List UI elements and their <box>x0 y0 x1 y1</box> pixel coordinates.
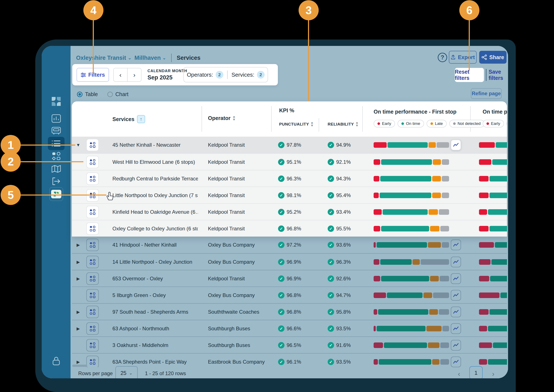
view-radio-chart[interactable]: Chart <box>107 91 129 97</box>
table-row[interactable]: West Hill to Elmwood Lane (6 stops)Keldp… <box>72 153 507 170</box>
sidebar-item-stops[interactable] <box>42 150 71 162</box>
horizontal-scrollbar-thumb[interactable] <box>72 365 87 367</box>
service-shapes-icon[interactable] <box>86 173 99 185</box>
column-divider <box>201 106 202 132</box>
table-row[interactable]: Kinfield Head to Oakridge Avenue (6…Keld… <box>72 203 507 220</box>
sidebar-item-services-active[interactable] <box>48 137 65 150</box>
refine-page-button[interactable]: Refine page <box>471 88 502 99</box>
otp-last-stop-bar <box>479 242 507 248</box>
legend-pill[interactable]: On time <box>397 120 424 127</box>
breadcrumb-region[interactable]: Millhaven⌄ <box>134 55 166 61</box>
current-page-button[interactable]: 1 <box>469 366 483 378</box>
sidebar-item-vehicles[interactable] <box>42 125 71 137</box>
table-row[interactable]: 3 Oakhurst - MiddleholmSouthburgh Buses✓… <box>72 336 507 353</box>
table-row[interactable]: ▶41 Hindpool - Nether KinhallOxley Bus C… <box>72 237 507 253</box>
expand-row-icon[interactable]: ▶ <box>74 237 82 253</box>
service-name[interactable]: Redburgh Central to Parkside Terrace (5… <box>112 170 198 187</box>
column-header-services[interactable]: Services ↑ <box>112 115 145 123</box>
service-shapes-icon[interactable] <box>86 273 99 285</box>
service-name[interactable]: West Hill to Elmwood Lane (6 stops) <box>112 154 198 170</box>
previous-period-button[interactable]: ‹ <box>114 68 127 81</box>
service-shapes-icon[interactable] <box>86 289 99 301</box>
reliability-value: ✓95.4% <box>328 187 351 204</box>
early-segment <box>374 343 383 348</box>
legend-pill[interactable]: Not detected <box>449 120 484 127</box>
service-shapes-icon[interactable] <box>86 322 99 335</box>
save-filters-button[interactable]: Save filters <box>489 68 508 82</box>
trend-chart-button[interactable] <box>451 239 461 250</box>
service-name[interactable]: Kinfield Head to Oakridge Avenue (6… <box>112 204 198 220</box>
service-name[interactable]: 3 Oakhurst - Middleholm <box>112 337 198 354</box>
service-name[interactable]: 97 South head - Shepherds Arms <box>112 304 198 320</box>
early-segment <box>374 209 382 215</box>
expand-row-icon[interactable]: ▶ <box>74 270 82 287</box>
expand-row-icon[interactable]: ▶ <box>74 254 82 270</box>
next-page-button[interactable]: › <box>492 370 494 378</box>
trend-chart-button[interactable] <box>451 357 461 367</box>
trend-chart-button[interactable] <box>451 323 461 334</box>
late-segment <box>423 293 432 298</box>
service-shapes-icon[interactable] <box>86 223 99 235</box>
collapse-row-icon[interactable]: ▼ <box>74 137 82 153</box>
table-row[interactable]: ▶14 Little Northpool - Oxley JunctionOxl… <box>72 253 507 270</box>
table-row[interactable]: ▶63A Shepherds Point - Epic WayEastbrook… <box>72 353 507 367</box>
service-name[interactable]: 14 Little Northpool - Oxley Junction <box>112 254 198 270</box>
trend-chart-button[interactable] <box>451 140 461 150</box>
legend-pill[interactable]: Late <box>427 120 447 127</box>
next-period-button[interactable]: › <box>127 68 141 81</box>
column-header-reliability[interactable]: RELIABILITY ˄˅ <box>328 122 358 127</box>
sort-ascending-icon[interactable]: ↑ <box>137 115 145 123</box>
sidebar-item-map[interactable] <box>42 163 71 175</box>
service-shapes-icon[interactable] <box>86 306 99 318</box>
sidebar-item-logout[interactable] <box>42 175 71 187</box>
trend-chart-button[interactable] <box>451 340 461 350</box>
table-row[interactable]: ▶653 Overmoor - OxleyKeldpool Transit✓96… <box>72 270 507 287</box>
breadcrumb-account[interactable]: Oxleyshire Transit⌄ <box>76 55 131 61</box>
table-row[interactable]: ▼45 Nether Kinhall - NewcasterKeldpool T… <box>72 137 507 153</box>
service-name[interactable]: 5 Ilburgh Green - Oxley <box>112 287 198 304</box>
service-name[interactable]: 41 Hindpool - Nether Kinhall <box>112 237 198 253</box>
service-shapes-icon[interactable] <box>86 256 99 268</box>
service-shapes-icon[interactable] <box>86 339 99 351</box>
trend-chart-button[interactable] <box>451 273 461 284</box>
table-row[interactable]: ▶97 South head - Shepherds ArmsSouththwa… <box>72 303 507 320</box>
page-size-select[interactable]: 25 ⌄ <box>115 366 138 378</box>
legend-pill[interactable]: Early <box>483 120 504 127</box>
column-header-operator[interactable]: Operator ˄˅ <box>208 115 235 121</box>
service-shapes-icon[interactable] <box>86 239 99 251</box>
period-value[interactable]: Sep 2025 <box>147 74 173 81</box>
help-button[interactable]: ? <box>438 53 447 62</box>
service-name[interactable]: 45 Nether Kinhall - Newcaster <box>112 137 198 153</box>
table-row[interactable]: 5 Ilburgh Green - OxleyOxley Bus Company… <box>72 287 507 303</box>
ontime-segment <box>492 159 507 165</box>
export-button[interactable]: Export <box>449 51 477 64</box>
service-name[interactable]: Oxley College to Oxley Junction (6 stops… <box>112 220 198 237</box>
service-name[interactable]: 63 Ashpool - Northmouth <box>112 320 198 337</box>
service-name[interactable]: 63A Shepherds Point - Epic Way <box>112 354 198 367</box>
table-row[interactable]: Little Northpool to Oxley Junction (7 st… <box>72 187 507 203</box>
legend-pill[interactable]: Early <box>374 120 395 127</box>
trend-chart-button[interactable] <box>451 257 461 267</box>
expand-row-icon[interactable]: ▶ <box>74 304 82 320</box>
share-button[interactable]: Share <box>479 51 507 64</box>
notdetected-segment <box>433 293 449 298</box>
expand-row-icon[interactable]: ▶ <box>74 320 82 337</box>
sidebar-item-analytics[interactable] <box>42 112 71 125</box>
service-shapes-icon[interactable] <box>86 156 99 168</box>
legend-pill[interactable]: On t <box>507 120 507 127</box>
service-name[interactable]: Little Northpool to Oxley Junction (7 st… <box>112 187 198 204</box>
sidebar-item-app-badge[interactable] <box>49 187 63 201</box>
table-row[interactable]: ▶63 Ashpool - NorthmouthSouthburgh Buses… <box>72 320 507 336</box>
view-radio-table[interactable]: Table <box>77 91 98 97</box>
service-shapes-icon[interactable] <box>86 206 99 218</box>
trend-chart-button[interactable] <box>451 307 461 317</box>
table-row[interactable]: Oxley College to Oxley Junction (6 stops… <box>72 220 507 237</box>
service-name[interactable]: 653 Overmoor - Oxley <box>112 270 198 287</box>
trend-chart-button[interactable] <box>451 290 461 301</box>
active-filters-summary[interactable]: Operators: 2 Services: 2 <box>183 67 268 82</box>
table-row[interactable]: Redburgh Central to Parkside Terrace (5…… <box>72 170 507 187</box>
service-shapes-icon[interactable] <box>86 356 99 367</box>
previous-page-button[interactable]: ‹ <box>458 370 460 378</box>
service-shapes-icon[interactable] <box>86 139 99 151</box>
column-header-punctuality[interactable]: PUNCTUALITY ˄˅ <box>279 122 313 127</box>
